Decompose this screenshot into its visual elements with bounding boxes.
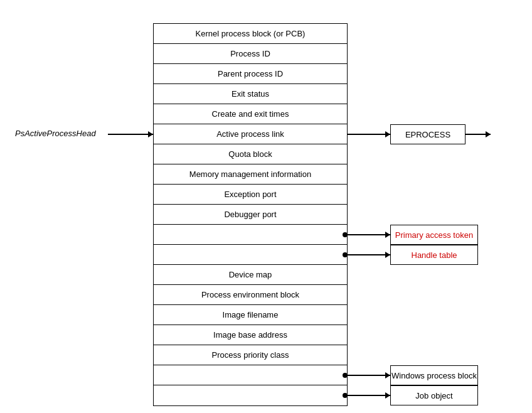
main-block: Kernel process block (or PCB)Process IDP… — [153, 23, 348, 406]
arrow-ptr2 — [348, 254, 390, 255]
main-block-row-ptr1 — [154, 225, 347, 245]
main-block-row-process-env-block: Process environment block — [154, 285, 347, 305]
right-box-primary-access-token: Primary access token — [390, 225, 478, 245]
main-block-row-ptr3 — [154, 365, 347, 385]
arrow-to-eprocess — [348, 134, 390, 135]
ps-active-process-head-label: PsActiveProcessHead — [15, 129, 96, 138]
pointer-dot-ptr2 — [343, 252, 348, 257]
arrow-ptr4 — [348, 395, 390, 396]
main-block-row-quota-block: Quota block — [154, 144, 347, 164]
diagram: PsActiveProcessHead Kernel process block… — [15, 12, 517, 401]
pointer-dot-ptr4 — [343, 393, 348, 398]
right-box-windows-process-block: Windows process block — [390, 365, 478, 385]
arrow-ptr1 — [348, 234, 390, 235]
main-block-row-image-filename: Image filename — [154, 305, 347, 325]
main-block-row-process-id: Process ID — [154, 44, 347, 64]
main-block-row-memory-mgmt: Memory management information — [154, 164, 347, 185]
main-block-row-image-base-address: Image base address — [154, 325, 347, 345]
pointer-dot-ptr3 — [343, 373, 348, 378]
main-block-row-active-process-link: Active process link — [154, 124, 347, 144]
main-block-row-exception-port: Exception port — [154, 185, 347, 205]
arrow-ptr3 — [348, 375, 390, 376]
main-block-row-process-priority-class: Process priority class — [154, 345, 347, 365]
pointer-dot-ptr1 — [343, 232, 348, 237]
main-block-row-device-map: Device map — [154, 265, 347, 285]
main-block-row-create-exit-times: Create and exit times — [154, 104, 347, 124]
right-box-job-object: Job object — [390, 385, 478, 405]
main-block-row-exit-status: Exit status — [154, 84, 347, 104]
main-block-row-kernel: Kernel process block (or PCB) — [154, 24, 347, 44]
eprocess-box: EPROCESS — [390, 124, 466, 144]
right-box-handle-table: Handle table — [390, 245, 478, 265]
main-block-row-ptr4 — [154, 385, 347, 405]
main-block-row-parent-process-id: Parent process ID — [154, 64, 347, 84]
main-block-row-ptr2 — [154, 245, 347, 265]
main-block-row-debugger-port: Debugger port — [154, 205, 347, 225]
arrow-eprocess-right — [466, 134, 491, 135]
ps-arrow — [108, 134, 153, 135]
